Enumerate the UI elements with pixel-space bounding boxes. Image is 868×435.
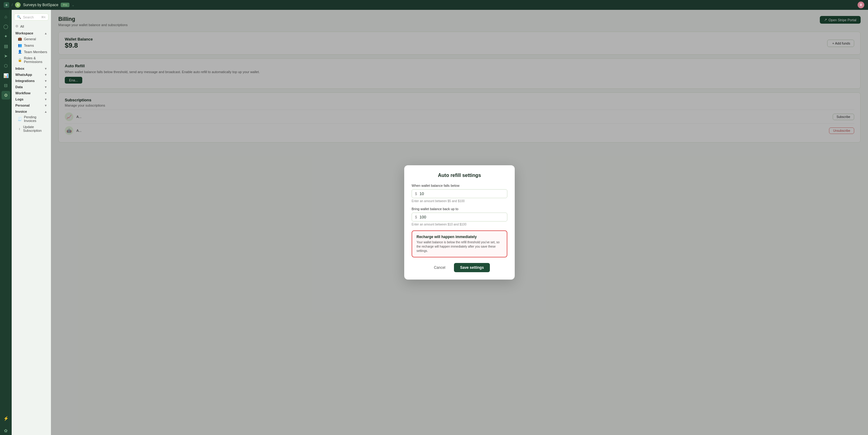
new-button[interactable]: + bbox=[4, 2, 9, 8]
workspace-chevron-icon: ▲ bbox=[44, 32, 47, 35]
workflow-chevron-icon: ▼ bbox=[44, 91, 47, 95]
nav-item-pending-invoices[interactable]: 🧾 Pending Invoices bbox=[12, 114, 51, 124]
nav-item-general[interactable]: 💼 General bbox=[12, 36, 51, 42]
separator: / bbox=[12, 3, 12, 7]
data-section-header[interactable]: Data ▼ bbox=[12, 83, 51, 89]
personal-chevron-icon: ▼ bbox=[44, 104, 47, 107]
threshold-hint: Enter an amount between $5 and $100 bbox=[412, 199, 434, 203]
threshold-label: When wallet balance falls below bbox=[412, 184, 434, 187]
invoice-section-header[interactable]: Invoice ▲ bbox=[12, 108, 51, 114]
whatsapp-section-header[interactable]: WhatsApp ▼ bbox=[12, 71, 51, 77]
nav-section-workspace: Workspace ▲ 💼 General 👥 Teams 👤 Team Mem… bbox=[12, 29, 51, 65]
nav-section-inbox: Inbox ▼ bbox=[12, 65, 51, 71]
nav-section-personal: Personal ▼ bbox=[12, 102, 51, 108]
logs-chevron-icon: ▼ bbox=[44, 98, 47, 101]
whatsapp-chevron-icon: ▼ bbox=[44, 73, 47, 77]
home-nav-icon[interactable]: ⌂ bbox=[2, 12, 10, 21]
dollar-icon-refill: $ bbox=[415, 215, 417, 218]
all-settings-icon: ⚙ bbox=[16, 24, 19, 28]
roles-icon: 🔒 bbox=[18, 58, 22, 62]
personal-section-header[interactable]: Personal ▼ bbox=[12, 102, 51, 108]
inbox-chevron-icon: ▼ bbox=[44, 67, 47, 70]
logs-section-header[interactable]: Logs ▼ bbox=[12, 95, 51, 102]
contacts-nav-icon[interactable]: ◯ bbox=[2, 22, 10, 31]
dollar-icon-threshold: $ bbox=[415, 192, 417, 196]
search-shortcut: ⌘K bbox=[41, 16, 46, 19]
plan-badge: Pro bbox=[61, 3, 69, 7]
refill-input[interactable] bbox=[420, 215, 434, 218]
nav-item-update-subscription[interactable]: ↕ Update Subscription bbox=[12, 124, 51, 134]
threshold-input-wrap[interactable]: $ bbox=[412, 189, 434, 198]
broadcast-nav-icon[interactable]: ➤ bbox=[2, 52, 10, 60]
data-chevron-icon: ▼ bbox=[44, 85, 47, 89]
app-name: Surveys by BotSpace bbox=[23, 3, 58, 7]
inbox-section-header[interactable]: Inbox ▼ bbox=[12, 65, 51, 71]
general-icon: 💼 bbox=[18, 37, 22, 41]
nav-section-whatsapp: WhatsApp ▼ bbox=[12, 71, 51, 77]
tags-nav-icon[interactable]: ⬡ bbox=[2, 61, 10, 70]
topbar: + / S Surveys by BotSpace Pro ⌄ R bbox=[0, 0, 434, 10]
flows-nav-icon[interactable]: ⊟ bbox=[2, 81, 10, 90]
nav-section-logs: Logs ▼ bbox=[12, 95, 51, 102]
teams-icon: 👥 bbox=[18, 43, 22, 47]
modal-title: Auto refill settings bbox=[412, 173, 434, 178]
nav-section-workflow: Workflow ▼ bbox=[12, 89, 51, 95]
inbox-nav-icon[interactable]: ▤ bbox=[2, 42, 10, 50]
workflow-section-header[interactable]: Workflow ▼ bbox=[12, 89, 51, 95]
workspace-avatar: S bbox=[15, 2, 21, 8]
invoice-chevron-icon: ▲ bbox=[44, 110, 47, 113]
analytics-nav-icon[interactable]: 📊 bbox=[2, 71, 10, 80]
search-placeholder: Search bbox=[23, 16, 34, 19]
nav-section-integrations: Integrations ▼ bbox=[12, 77, 51, 83]
team-members-icon: 👤 bbox=[18, 50, 22, 54]
ai-nav-icon[interactable]: ✦ bbox=[2, 32, 10, 40]
refill-label: Bring wallet balance back up to bbox=[412, 207, 434, 211]
workspace-chevron-icon[interactable]: ⌄ bbox=[72, 3, 74, 7]
modal-overlay: Auto refill settings When wallet balance… bbox=[51, 10, 434, 218]
nav-item-team-members[interactable]: 👤 Team Members bbox=[12, 49, 51, 55]
workspace-section-header[interactable]: Workspace ▲ bbox=[12, 29, 51, 36]
nav-item-roles-permissions[interactable]: 🔒 Roles & Permissions bbox=[12, 55, 51, 65]
nav-section-invoice: Invoice ▲ 🧾 Pending Invoices ↕ Update Su… bbox=[12, 108, 51, 134]
integrations-chevron-icon: ▼ bbox=[44, 79, 47, 83]
update-subscription-icon: ↕ bbox=[18, 127, 21, 130]
threshold-input[interactable] bbox=[420, 192, 434, 196]
nav-section-data: Data ▼ bbox=[12, 83, 51, 89]
search-bar[interactable]: 🔍 Search ⌘K bbox=[14, 13, 49, 21]
integrations-section-header[interactable]: Integrations ▼ bbox=[12, 77, 51, 83]
settings-nav-icon[interactable]: ⚙ bbox=[2, 91, 10, 99]
nav-item-teams[interactable]: 👥 Teams bbox=[12, 42, 51, 49]
icon-sidebar: ⌂ ◯ ✦ ▤ ➤ ⬡ 📊 ⊟ ⚙ ⚡ ✿ bbox=[0, 10, 12, 218]
refill-input-wrap[interactable]: $ bbox=[412, 212, 434, 218]
left-nav: 🔍 Search ⌘K ⚙ All Workspace ▲ 💼 General … bbox=[12, 10, 51, 218]
nav-all[interactable]: ⚙ All bbox=[12, 23, 51, 29]
search-icon: 🔍 bbox=[17, 15, 21, 19]
auto-refill-modal: Auto refill settings When wallet balance… bbox=[404, 165, 434, 218]
pending-invoices-icon: 🧾 bbox=[18, 117, 22, 121]
